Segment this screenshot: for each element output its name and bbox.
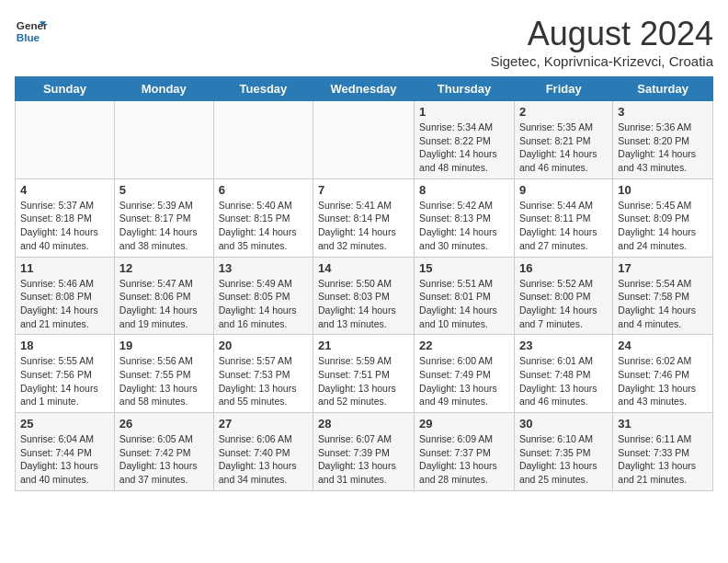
- page-header: General Blue August 2024 Sigetec, Kopriv…: [15, 15, 713, 69]
- col-header-tuesday: Tuesday: [213, 77, 313, 101]
- day-number: 10: [618, 183, 708, 197]
- day-number: 21: [318, 339, 409, 352]
- col-header-thursday: Thursday: [415, 77, 515, 101]
- calendar-cell: 24Sunrise: 6:02 AM Sunset: 7:46 PM Dayli…: [613, 335, 713, 413]
- day-info: Sunrise: 5:49 AM Sunset: 8:05 PM Dayligh…: [219, 277, 308, 331]
- calendar-cell: 26Sunrise: 6:05 AM Sunset: 7:42 PM Dayli…: [114, 413, 213, 491]
- calendar-cell: 18Sunrise: 5:55 AM Sunset: 7:56 PM Dayli…: [16, 335, 115, 413]
- day-info: Sunrise: 5:46 AM Sunset: 8:08 PM Dayligh…: [20, 277, 109, 331]
- day-info: Sunrise: 6:10 AM Sunset: 7:35 PM Dayligh…: [519, 432, 608, 487]
- day-number: 1: [419, 105, 509, 119]
- day-info: Sunrise: 5:36 AM Sunset: 8:20 PM Dayligh…: [618, 121, 708, 175]
- calendar-cell: 1Sunrise: 5:34 AM Sunset: 8:22 PM Daylig…: [415, 101, 515, 179]
- calendar-cell: 9Sunrise: 5:44 AM Sunset: 8:11 PM Daylig…: [514, 178, 612, 257]
- day-info: Sunrise: 6:09 AM Sunset: 7:37 PM Dayligh…: [419, 432, 509, 487]
- day-info: Sunrise: 5:56 AM Sunset: 7:55 PM Dayligh…: [119, 354, 209, 408]
- calendar-cell: 7Sunrise: 5:41 AM Sunset: 8:14 PM Daylig…: [313, 178, 415, 257]
- calendar-cell: 25Sunrise: 6:04 AM Sunset: 7:44 PM Dayli…: [16, 413, 115, 491]
- day-number: 15: [419, 261, 509, 275]
- day-number: 8: [419, 183, 509, 197]
- day-info: Sunrise: 5:51 AM Sunset: 8:01 PM Dayligh…: [419, 277, 509, 331]
- calendar-cell: [213, 101, 313, 179]
- day-info: Sunrise: 5:40 AM Sunset: 8:15 PM Dayligh…: [219, 199, 308, 253]
- col-header-friday: Friday: [514, 77, 612, 101]
- calendar-cell: 13Sunrise: 5:49 AM Sunset: 8:05 PM Dayli…: [213, 257, 313, 335]
- day-info: Sunrise: 5:57 AM Sunset: 7:53 PM Dayligh…: [219, 354, 308, 408]
- calendar-cell: 31Sunrise: 6:11 AM Sunset: 7:33 PM Dayli…: [613, 413, 713, 491]
- title-block: August 2024 Sigetec, Koprivnica-Krizevci…: [490, 15, 713, 69]
- calendar-cell: 4Sunrise: 5:37 AM Sunset: 8:18 PM Daylig…: [16, 178, 115, 257]
- day-number: 27: [219, 417, 308, 431]
- day-info: Sunrise: 5:54 AM Sunset: 7:58 PM Dayligh…: [618, 277, 708, 331]
- day-info: Sunrise: 5:41 AM Sunset: 8:14 PM Dayligh…: [318, 199, 409, 253]
- day-number: 24: [618, 339, 708, 352]
- day-number: 19: [119, 339, 209, 352]
- day-info: Sunrise: 5:35 AM Sunset: 8:21 PM Dayligh…: [519, 121, 608, 175]
- calendar-cell: [16, 101, 115, 179]
- calendar-cell: 14Sunrise: 5:50 AM Sunset: 8:03 PM Dayli…: [313, 257, 415, 335]
- day-info: Sunrise: 5:59 AM Sunset: 7:51 PM Dayligh…: [318, 354, 409, 408]
- day-info: Sunrise: 5:50 AM Sunset: 8:03 PM Dayligh…: [318, 277, 409, 331]
- day-number: 9: [519, 183, 608, 197]
- calendar-cell: 16Sunrise: 5:52 AM Sunset: 8:00 PM Dayli…: [514, 257, 612, 335]
- location-subtitle: Sigetec, Koprivnica-Krizevci, Croatia: [490, 53, 713, 69]
- calendar-cell: 23Sunrise: 6:01 AM Sunset: 7:48 PM Dayli…: [514, 335, 612, 413]
- day-info: Sunrise: 6:07 AM Sunset: 7:39 PM Dayligh…: [318, 432, 409, 487]
- day-number: 29: [419, 417, 509, 431]
- day-number: 11: [20, 261, 109, 275]
- calendar-cell: 17Sunrise: 5:54 AM Sunset: 7:58 PM Dayli…: [613, 257, 713, 335]
- day-number: 17: [618, 261, 708, 275]
- day-info: Sunrise: 6:02 AM Sunset: 7:46 PM Dayligh…: [618, 354, 708, 408]
- day-info: Sunrise: 5:45 AM Sunset: 8:09 PM Dayligh…: [618, 199, 708, 253]
- month-title: August 2024: [490, 15, 713, 53]
- calendar-cell: 27Sunrise: 6:06 AM Sunset: 7:40 PM Dayli…: [213, 413, 313, 491]
- day-info: Sunrise: 6:06 AM Sunset: 7:40 PM Dayligh…: [219, 432, 308, 487]
- day-info: Sunrise: 6:11 AM Sunset: 7:33 PM Dayligh…: [618, 432, 708, 487]
- calendar-cell: 20Sunrise: 5:57 AM Sunset: 7:53 PM Dayli…: [213, 335, 313, 413]
- logo-icon: General Blue: [15, 15, 48, 48]
- calendar-cell: 2Sunrise: 5:35 AM Sunset: 8:21 PM Daylig…: [514, 101, 612, 179]
- calendar-cell: 5Sunrise: 5:39 AM Sunset: 8:17 PM Daylig…: [114, 178, 213, 257]
- day-number: 22: [419, 339, 509, 352]
- day-info: Sunrise: 5:47 AM Sunset: 8:06 PM Dayligh…: [119, 277, 209, 331]
- day-number: 23: [519, 339, 608, 352]
- day-info: Sunrise: 5:37 AM Sunset: 8:18 PM Dayligh…: [20, 199, 109, 253]
- calendar-cell: 19Sunrise: 5:56 AM Sunset: 7:55 PM Dayli…: [114, 335, 213, 413]
- day-number: 20: [219, 339, 308, 352]
- day-number: 7: [318, 183, 409, 197]
- calendar-cell: 30Sunrise: 6:10 AM Sunset: 7:35 PM Dayli…: [514, 413, 612, 491]
- day-number: 30: [519, 417, 608, 431]
- day-number: 14: [318, 261, 409, 275]
- day-info: Sunrise: 6:01 AM Sunset: 7:48 PM Dayligh…: [519, 354, 608, 408]
- day-info: Sunrise: 5:44 AM Sunset: 8:11 PM Dayligh…: [519, 199, 608, 253]
- day-info: Sunrise: 6:04 AM Sunset: 7:44 PM Dayligh…: [20, 432, 109, 487]
- calendar-cell: 10Sunrise: 5:45 AM Sunset: 8:09 PM Dayli…: [613, 178, 713, 257]
- calendar-cell: 22Sunrise: 6:00 AM Sunset: 7:49 PM Dayli…: [415, 335, 515, 413]
- day-number: 25: [20, 417, 109, 431]
- calendar-cell: 8Sunrise: 5:42 AM Sunset: 8:13 PM Daylig…: [415, 178, 515, 257]
- calendar-cell: [313, 101, 415, 179]
- day-number: 28: [318, 417, 409, 431]
- day-info: Sunrise: 5:39 AM Sunset: 8:17 PM Dayligh…: [119, 199, 209, 253]
- day-number: 4: [20, 183, 109, 197]
- day-number: 12: [119, 261, 209, 275]
- calendar-cell: 28Sunrise: 6:07 AM Sunset: 7:39 PM Dayli…: [313, 413, 415, 491]
- col-header-saturday: Saturday: [613, 77, 713, 101]
- day-number: 2: [519, 105, 608, 119]
- logo: General Blue: [15, 15, 48, 48]
- col-header-sunday: Sunday: [16, 77, 115, 101]
- calendar-cell: 6Sunrise: 5:40 AM Sunset: 8:15 PM Daylig…: [213, 178, 313, 257]
- day-info: Sunrise: 5:34 AM Sunset: 8:22 PM Dayligh…: [419, 121, 509, 175]
- calendar-cell: 3Sunrise: 5:36 AM Sunset: 8:20 PM Daylig…: [613, 101, 713, 179]
- day-number: 16: [519, 261, 608, 275]
- day-info: Sunrise: 6:00 AM Sunset: 7:49 PM Dayligh…: [419, 354, 509, 408]
- calendar-cell: [114, 101, 213, 179]
- day-info: Sunrise: 5:55 AM Sunset: 7:56 PM Dayligh…: [20, 354, 109, 408]
- day-info: Sunrise: 6:05 AM Sunset: 7:42 PM Dayligh…: [119, 432, 209, 487]
- day-number: 3: [618, 105, 708, 119]
- day-info: Sunrise: 5:52 AM Sunset: 8:00 PM Dayligh…: [519, 277, 608, 331]
- col-header-monday: Monday: [114, 77, 213, 101]
- calendar-cell: 29Sunrise: 6:09 AM Sunset: 7:37 PM Dayli…: [415, 413, 515, 491]
- day-number: 31: [618, 417, 708, 431]
- calendar-cell: 12Sunrise: 5:47 AM Sunset: 8:06 PM Dayli…: [114, 257, 213, 335]
